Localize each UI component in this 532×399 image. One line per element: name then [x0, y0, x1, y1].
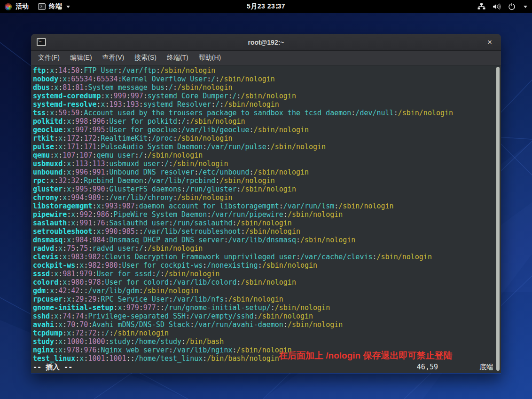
passwd-line: polkitd:x:998:996:User for polkitd:/:/sb… [33, 117, 501, 126]
passwd-line: pulse:x:171:171:PulseAudio System Daemon… [33, 143, 501, 151]
passwd-line: unbound:x:996:991:Unbound DNS resolver:/… [33, 168, 501, 176]
passwd-line: avahi:x:70:70:Avahi mDNS/DNS-SD Stack:/v… [33, 320, 501, 329]
passwd-line: pipewire:x:992:986:PipeWire System Daemo… [33, 210, 501, 219]
system-status-area[interactable] [477, 3, 527, 10]
window-title: root@192:~ [248, 39, 284, 46]
chevron-down-icon [66, 6, 70, 8]
passwd-line: colord:x:980:978:User for colord:/var/li… [33, 278, 501, 287]
activities-button[interactable]: 活动 [5, 2, 29, 11]
passwd-line: nobody:x:65534:65534:Kernel Overflow Use… [33, 75, 501, 83]
menu-item-4[interactable]: 终端(T) [162, 51, 194, 65]
passwd-line: systemd-resolve:x:193:193:systemd Resolv… [33, 100, 501, 109]
passwd-line: sshd:x:74:74:Privilege-separated SSH:/va… [33, 312, 501, 320]
clock[interactable]: 5月23 23∶37 [247, 2, 285, 11]
terminal-content[interactable]: ftp:x:14:50:FTP User:/var/ftp:/sbin/nolo… [31, 65, 501, 373]
passwd-line: gdm:x:42:42::/var/lib/gdm:/sbin/nologin [33, 287, 501, 295]
power-icon [508, 3, 516, 10]
passwd-line: usbmuxd:x:113:113:usbmuxd user:/:/sbin/n… [33, 160, 501, 168]
terminal-window-icon [37, 38, 46, 46]
passwd-line: clevis:x:983:982:Clevis Decryption Frame… [33, 253, 501, 261]
passwd-file-view: ftp:x:14:50:FTP User:/var/ftp:/sbin/nolo… [33, 66, 501, 363]
gnome-top-bar: 活动 终端 5月23 23∶37 [0, 0, 532, 13]
passwd-line: rpcuser:x:29:29:RPC Service User:/var/li… [33, 295, 501, 303]
scroll-position: 底端 [479, 363, 493, 371]
activities-label: 活动 [16, 2, 29, 11]
network-icon [477, 3, 485, 10]
close-button[interactable]: × [484, 37, 495, 48]
passwd-line: ftp:x:14:50:FTP User:/var/ftp:/sbin/nolo… [33, 66, 501, 75]
passwd-line: rtkit:x:172:172:RealtimeKit:/proc:/sbin/… [33, 134, 501, 143]
chevron-down-icon[interactable] [524, 6, 527, 8]
terminal-window: root@192:~ × 文件(F)编辑(E)查看(V)搜索(S)终端(T)帮助… [31, 34, 501, 374]
passwd-line: libstoragemgmt:x:993:987:daemon account … [33, 202, 501, 210]
passwd-line: study:x:1000:1000:study:/home/study:/bin… [33, 337, 501, 346]
focused-app-menu[interactable]: 终端 [38, 2, 70, 11]
passwd-line: gluster:x:995:990:GlusterFS daemons:/run… [33, 185, 501, 193]
passwd-line: chrony:x:994:989::/var/lib/chrony:/sbin/… [33, 193, 501, 202]
menu-item-5[interactable]: 帮助(H) [194, 51, 226, 65]
distro-logo-icon [5, 3, 12, 10]
passwd-line: geoclue:x:997:995:User for geoclue:/var/… [33, 126, 501, 134]
passwd-line: rpc:x:32:32:Rpcbind Daemon:/var/lib/rpcb… [33, 176, 501, 185]
passwd-line: tcpdump:x:72:72::/:/sbin/nologin [33, 329, 501, 337]
vim-mode-indicator: -- 插入 -- [33, 363, 72, 371]
cursor-position: 46,59 [417, 363, 438, 371]
menu-bar: 文件(F)编辑(E)查看(V)搜索(S)终端(T)帮助(H) [31, 51, 501, 65]
volume-icon [493, 3, 501, 10]
passwd-line: systemd-coredump:x:999:997:systemd Core … [33, 92, 501, 100]
app-name-label: 终端 [49, 2, 62, 11]
passwd-line: tss:x:59:59:Account used by the trousers… [33, 109, 501, 117]
vim-status-line: -- 插入 -- 46,59 底端 [33, 363, 501, 371]
passwd-line: sssd:x:981:979:User for sssd:/:/sbin/nol… [33, 270, 501, 278]
red-annotation-text: 在后面加上 /nologin 保存退出即可禁止登陆 [279, 351, 452, 360]
terminal-app-icon [38, 3, 46, 10]
passwd-line: qemu:x:107:107:qemu user:/:/sbin/nologin [33, 151, 501, 160]
passwd-line: setroubleshoot:x:990:985::/var/lib/setro… [33, 227, 501, 236]
menu-item-2[interactable]: 查看(V) [97, 51, 130, 65]
menu-item-0[interactable]: 文件(F) [33, 51, 65, 65]
passwd-line: saslauth:x:991:76:Saslauthd user:/run/sa… [33, 219, 501, 227]
passwd-line: dnsmasq:x:984:984:Dnsmasq DHCP and DNS s… [33, 236, 501, 244]
passwd-line: cockpit-ws:x:982:980:User for cockpit-ws… [33, 261, 501, 270]
window-titlebar[interactable]: root@192:~ × [31, 34, 501, 51]
scrollbar-thumb[interactable] [496, 67, 500, 371]
menu-item-3[interactable]: 搜索(S) [129, 51, 162, 65]
passwd-line: dbus:x:81:81:System message bus:/:/sbin/… [33, 83, 501, 92]
menu-item-1[interactable]: 编辑(E) [65, 51, 97, 65]
passwd-line: gnome-initial-setup:x:979:977::/run/gnom… [33, 303, 501, 312]
passwd-line: radvd:x:75:75:radvd user:/:/sbin/nologin [33, 244, 501, 253]
